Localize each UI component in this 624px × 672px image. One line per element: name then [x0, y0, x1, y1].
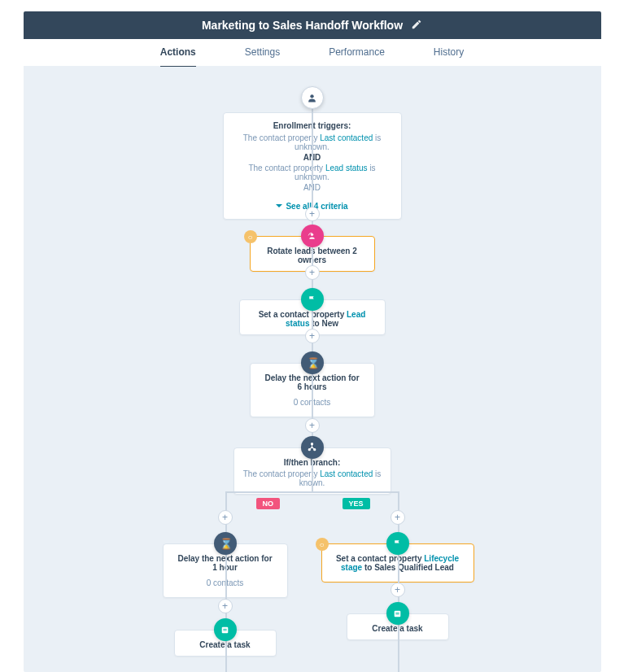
tab-history[interactable]: History [434, 38, 464, 66]
edit-title-icon[interactable] [411, 19, 422, 33]
svg-rect-10 [395, 613, 399, 614]
svg-point-2 [311, 443, 312, 444]
task-icon [214, 618, 237, 641]
chevron-down-icon [276, 204, 282, 211]
workflow-editor-frame: Marketing to Sales Handoff Workflow Acti… [24, 11, 601, 672]
svg-point-1 [311, 233, 313, 235]
workflow-title: Marketing to Sales Handoff Workflow [202, 19, 403, 32]
add-action-button[interactable]: + [218, 510, 233, 525]
add-action-button[interactable]: + [305, 265, 320, 280]
rotate-icon [301, 225, 324, 247]
warning-badge-icon: ○ [316, 538, 329, 551]
flag-icon [386, 532, 409, 555]
branch-label-no: NO [256, 498, 281, 509]
hourglass-icon: ⌛ [214, 532, 237, 555]
branch-label-yes: YES [343, 498, 370, 509]
task-icon [386, 602, 409, 625]
svg-point-4 [314, 448, 316, 450]
warning-badge-icon: ○ [244, 230, 257, 243]
tab-performance[interactable]: Performance [329, 38, 385, 66]
titlebar: Marketing to Sales Handoff Workflow [24, 11, 601, 39]
svg-rect-6 [223, 628, 226, 629]
add-action-button[interactable]: + [391, 583, 405, 597]
add-action-button[interactable]: + [218, 599, 233, 613]
workflow-canvas[interactable]: Enrollment triggers: The contact propert… [24, 67, 601, 672]
branch-icon [301, 436, 324, 459]
svg-point-0 [310, 94, 313, 98]
person-icon [301, 86, 324, 109]
hourglass-icon: ⌛ [301, 351, 324, 374]
svg-rect-9 [395, 612, 399, 613]
flag-icon [301, 288, 324, 311]
add-action-button[interactable]: + [391, 510, 405, 525]
add-action-button[interactable]: + [305, 329, 320, 343]
svg-rect-7 [223, 630, 226, 631]
add-action-button[interactable]: + [305, 207, 320, 221]
svg-point-3 [308, 448, 310, 450]
tabbar: Actions Settings Performance History [24, 39, 601, 67]
add-action-button[interactable]: + [305, 418, 320, 433]
tab-actions[interactable]: Actions [160, 38, 196, 66]
tab-settings[interactable]: Settings [245, 38, 280, 66]
connector [225, 491, 399, 493]
